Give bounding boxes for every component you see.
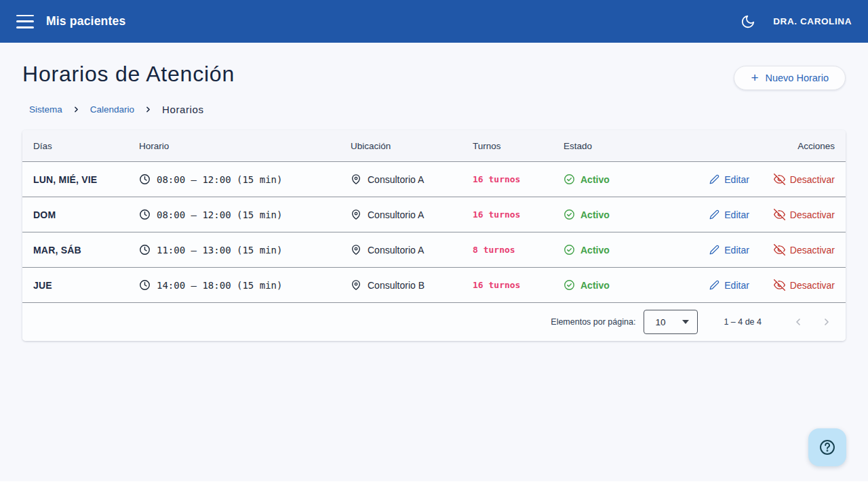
edit-button-label: Editar (724, 245, 749, 256)
days-cell: LUN, MIÉ, VIE (33, 174, 139, 185)
pencil-icon (709, 280, 719, 290)
status-badge: Activo (580, 209, 610, 220)
clock-icon (139, 174, 151, 185)
eye-off-icon (774, 209, 785, 220)
column-header-slots: Turnos (473, 141, 564, 151)
table-row: LUN, MIÉ, VIE08:00 – 12:00 (15 min)Consu… (22, 161, 846, 197)
items-per-page-label: Elementos por página: (551, 317, 635, 327)
menu-icon[interactable] (16, 15, 34, 28)
deactivate-button-label: Desactivar (790, 280, 835, 291)
deactivate-button-label: Desactivar (790, 245, 835, 256)
breadcrumb: Sistema Calendario Horarios (29, 104, 846, 115)
column-header-days: Días (33, 141, 139, 151)
location-cell: Consultorio B (368, 280, 425, 291)
table-row: DOM08:00 – 12:00 (15 min)Consultorio A16… (22, 197, 846, 232)
slots-cell: 16 turnos (473, 209, 564, 220)
days-cell: DOM (33, 209, 139, 220)
new-schedule-button-label: Nuevo Horario (766, 73, 829, 83)
page-range-label: 1 – 4 de 4 (724, 317, 762, 327)
table-row: MAR, SÁB11:00 – 13:00 (15 min)Consultori… (22, 232, 846, 267)
new-schedule-button[interactable]: + Nuevo Horario (734, 66, 846, 90)
deactivate-button[interactable]: Desactivar (774, 244, 835, 256)
breadcrumb-current: Horarios (162, 104, 203, 115)
column-header-actions: Acciones (797, 141, 835, 151)
clock-icon (139, 209, 151, 220)
status-badge: Activo (580, 245, 610, 256)
edit-button-label: Editar (724, 209, 749, 220)
eye-off-icon (774, 174, 785, 185)
check-circle-icon (564, 174, 575, 185)
eye-off-icon (774, 279, 785, 291)
map-pin-icon (351, 174, 361, 185)
clock-icon (139, 244, 151, 256)
slots-cell: 16 turnos (473, 280, 564, 290)
deactivate-button[interactable]: Desactivar (774, 174, 835, 185)
pencil-icon (709, 174, 719, 184)
time-range-cell: 11:00 – 13:00 (15 min) (157, 245, 282, 256)
edit-button[interactable]: Editar (709, 280, 749, 291)
table-header-row: Días Horario Ubicación Turnos Estado Acc… (22, 130, 846, 161)
map-pin-icon (351, 209, 361, 220)
edit-button[interactable]: Editar (709, 209, 749, 220)
clock-icon (139, 279, 151, 291)
page-title: Horarios de Atención (22, 62, 235, 87)
column-header-status: Estado (564, 141, 797, 151)
plus-icon: + (751, 73, 758, 83)
user-menu[interactable]: DRA. CAROLINA (773, 16, 852, 26)
moon-icon[interactable] (741, 14, 755, 29)
days-cell: JUE (33, 280, 139, 291)
status-badge: Activo (580, 174, 610, 185)
app-container: Mis pacientes DRA. CAROLINA Horarios de … (0, 0, 868, 481)
table-row: JUE14:00 – 18:00 (15 min)Consultorio B16… (22, 267, 846, 302)
edit-button-label: Editar (724, 280, 749, 291)
dropdown-arrow-icon (682, 320, 689, 324)
schedule-table: Días Horario Ubicación Turnos Estado Acc… (22, 130, 846, 341)
time-range-cell: 08:00 – 12:00 (15 min) (157, 174, 282, 185)
chevron-right-icon (821, 317, 832, 327)
page-size-select[interactable]: 10 (644, 310, 698, 334)
chevron-left-icon (793, 317, 804, 327)
page-size-value: 10 (655, 317, 665, 327)
breadcrumb-link-calendario[interactable]: Calendario (90, 104, 134, 115)
edit-button[interactable]: Editar (709, 245, 749, 256)
paginator: Elementos por página: 10 1 – 4 de 4 (22, 302, 846, 341)
pencil-icon (709, 209, 719, 220)
check-circle-icon (564, 279, 575, 291)
eye-off-icon (774, 244, 785, 256)
chevron-right-icon (144, 105, 153, 114)
time-range-cell: 08:00 – 12:00 (15 min) (157, 209, 282, 220)
deactivate-button-label: Desactivar (790, 174, 835, 185)
previous-page-button[interactable] (790, 314, 806, 330)
edit-button-label: Editar (724, 174, 749, 185)
app-title: Mis pacientes (46, 14, 125, 28)
deactivate-button[interactable]: Desactivar (774, 209, 835, 220)
column-header-time: Horario (139, 141, 351, 151)
help-button[interactable] (808, 428, 846, 466)
location-cell: Consultorio A (368, 245, 424, 256)
edit-button[interactable]: Editar (709, 174, 749, 185)
check-circle-icon (564, 244, 575, 256)
column-header-location: Ubicación (351, 141, 473, 151)
slots-cell: 16 turnos (473, 174, 564, 184)
time-range-cell: 14:00 – 18:00 (15 min) (157, 280, 282, 291)
chevron-right-icon (72, 105, 81, 114)
days-cell: MAR, SÁB (33, 245, 139, 256)
location-cell: Consultorio A (368, 174, 424, 185)
breadcrumb-link-sistema[interactable]: Sistema (29, 104, 62, 115)
pencil-icon (709, 245, 719, 255)
map-pin-icon (351, 244, 361, 256)
status-badge: Activo (580, 280, 610, 291)
topbar: Mis pacientes DRA. CAROLINA (0, 0, 868, 43)
help-icon (818, 439, 836, 456)
location-cell: Consultorio A (368, 209, 424, 220)
check-circle-icon (564, 209, 575, 220)
next-page-button[interactable] (818, 314, 835, 330)
slots-cell: 8 turnos (473, 245, 564, 255)
map-pin-icon (351, 279, 361, 291)
deactivate-button[interactable]: Desactivar (774, 279, 835, 291)
deactivate-button-label: Desactivar (790, 209, 835, 220)
